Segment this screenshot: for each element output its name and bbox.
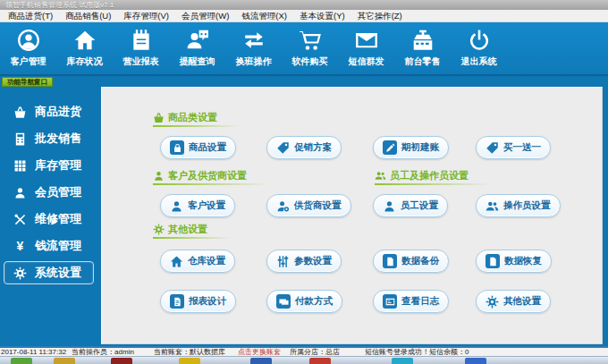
sidebar-item-label: 批发销售 [35,131,81,147]
window-title: 领智手机销售管理系统 试用版v7.1 [5,1,114,9]
document-icon [383,254,397,268]
basket-icon [13,106,27,119]
toolbar-label: 库存状况 [67,55,103,68]
grid-icon [13,159,27,173]
toolbar: 客户管理 库存状况 营业报表 提醒查询 换班操作 软件购买 短信群发 前台零售 [0,22,608,76]
view-log-button[interactable]: 查看日志 [373,290,449,313]
user-circle-icon [17,29,40,52]
status-bar: 2017-08-11 11:37:32 当前操作员：admin 当前账套：默认数… [0,346,608,356]
report-design-button[interactable]: 报表设计 [160,290,236,313]
calculator-icon [13,132,27,146]
basket-icon [153,112,165,123]
toolbar-label: 退出系统 [461,55,497,68]
os-taskbar [0,356,608,364]
supplier-settings-button[interactable]: 供货商设置 [266,194,351,217]
toolbar-label: 前台零售 [405,55,441,68]
toolbar-software-purchase[interactable]: 软件购买 [282,29,338,68]
person-gear-icon [276,199,290,213]
status-timestamp: 2017-08-11 11:37:32 [1,348,66,356]
menu-bar: 商品进货(T) 商品销售(U) 库存管理(V) 会员管理(W) 钱流管理(X) … [0,10,608,22]
gear-icon [486,295,499,309]
app-window: 领智手机销售管理系统 试用版v7.1 商品进货(T) 商品销售(U) 库存管理(… [0,0,608,364]
section-header-customer-supplier: 客户及供货商设置 [153,169,247,182]
other-settings-button[interactable]: 其他设置 [476,290,551,313]
taskbar-app-icon[interactable] [54,358,75,364]
sidebar-item-wholesale[interactable]: 批发销售 [0,125,101,152]
person-icon [13,186,27,199]
taskbar-app-icon[interactable] [465,358,486,364]
tools-icon [13,213,27,226]
cart-icon [299,29,322,52]
product-settings-button[interactable]: 商品设置 [160,136,236,159]
house-icon [170,255,183,268]
sidebar-item-repair[interactable]: 维修管理 [0,206,101,233]
people-icon [375,170,386,182]
toolbar-retail-pos[interactable]: 前台零售 [394,29,451,68]
menu-item-basic-settings[interactable]: 基本设置(Y) [293,10,351,22]
operator-settings-button[interactable]: 操作员设置 [476,194,561,217]
mail-icon [355,29,378,52]
taskbar-app-icon[interactable] [111,358,132,364]
toolbar-label: 营业报表 [123,55,159,68]
switch-account-link[interactable]: 点击更换账套 [238,347,281,356]
lock-icon [170,140,184,155]
toolbar-sms-bulk[interactable]: 短信群发 [338,29,394,68]
sidebar-item-purchase[interactable]: 商品进货 [0,98,101,125]
nav-tab-function-navigation[interactable]: 功能导航窗口 [2,77,53,87]
status-branch: 所属分店：总店 [290,347,340,356]
sidebar-item-cashflow[interactable]: ¥ 钱流管理 [0,233,101,259]
toolbar-customer-mgmt[interactable]: 客户管理 [0,29,56,68]
toolbar-label: 短信群发 [349,55,384,68]
menu-item-other-ops[interactable]: 其它操作(Z) [351,10,409,22]
menu-item-cashflow[interactable]: 钱流管理(X) [235,10,293,22]
credit-card-icon [276,294,291,309]
customer-settings-button[interactable]: 客户设置 [160,194,235,217]
tag-icon [486,141,499,155]
menu-item-purchase[interactable]: 商品进货(T) [2,10,59,22]
workspace: 功能导航窗口 商品进货 批发销售 库存管理 会员管理 维修管理 [0,76,608,346]
report-icon [170,294,184,309]
sidebar-item-system-settings[interactable]: 系统设置 [4,261,94,284]
taskbar-app-icon[interactable] [309,358,331,364]
taskbar-app-icon[interactable] [250,358,272,364]
initial-account-button[interactable]: 期初建账 [373,136,449,159]
swap-arrows-icon [242,29,266,52]
sidebar: 商品进货 批发销售 库存管理 会员管理 维修管理 ¥ 钱流管理 [0,98,101,286]
promotion-plan-button[interactable]: 促销方案 [266,136,342,159]
toolbar-business-report[interactable]: 营业报表 [113,29,169,68]
toolbar-label: 换班操作 [236,55,272,68]
sidebar-item-label: 钱流管理 [35,238,81,254]
tag-icon [276,141,290,155]
payment-method-button[interactable]: 付款方式 [266,290,342,313]
sidebar-item-label: 商品进货 [35,104,81,120]
warehouse-settings-button[interactable]: 仓库设置 [160,250,235,273]
toolbar-shift-change[interactable]: 换班操作 [225,29,282,68]
taskbar-app-icon[interactable] [11,358,32,364]
employee-settings-button[interactable]: 员工设置 [373,194,448,217]
data-backup-button[interactable]: 数据备份 [373,250,449,273]
menu-item-member[interactable]: 会员管理(W) [175,10,235,22]
menu-item-inventory[interactable]: 库存管理(V) [117,10,175,22]
toolbar-label: 提醒查询 [180,55,215,68]
toolbar-exit-system[interactable]: 退出系统 [451,29,507,68]
sidebar-item-member[interactable]: 会员管理 [0,179,101,206]
data-restore-button[interactable]: 数据恢复 [476,250,552,273]
buy-one-get-one-button[interactable]: 买一送一 [476,136,551,159]
menu-item-sales[interactable]: 商品销售(U) [59,10,117,22]
yen-icon: ¥ [13,240,27,253]
status-operator: 当前操作员：admin [72,347,134,356]
sidebar-item-label: 维修管理 [35,211,81,227]
gear-icon [13,267,27,280]
parameter-settings-button[interactable]: 参数设置 [266,250,342,273]
toolbar-reminder-query[interactable]: 提醒查询 [169,29,225,68]
toolbar-label: 客户管理 [11,55,46,68]
taskbar-app-icon[interactable] [392,358,413,364]
sidebar-item-inventory[interactable]: 库存管理 [0,152,101,179]
sidebar-item-label: 系统设置 [35,265,81,281]
toolbar-inventory-status[interactable]: 库存状况 [56,29,113,68]
notebook-icon [130,29,153,52]
person-icon [383,199,396,213]
sidebar-item-label: 会员管理 [35,184,81,200]
sliders-icon [276,255,290,268]
taskbar-app-icon[interactable] [179,358,200,364]
